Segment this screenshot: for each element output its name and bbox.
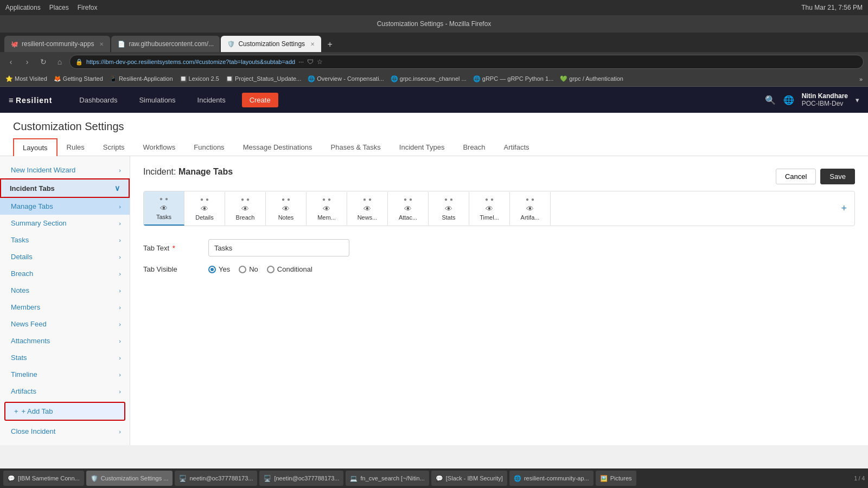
tab-strip-add-button[interactable]: + <box>833 198 854 219</box>
tab-incident-types[interactable]: Incident Types <box>390 138 454 156</box>
add-tab-button[interactable]: + + Add Tab <box>4 402 125 421</box>
taskbar-icon-pictures: 🖼️ <box>600 475 608 482</box>
tab-strip-timeline[interactable]: ● ● 👁 Timel... <box>469 192 510 225</box>
taskbar-item-customization[interactable]: 🛡️ Customization Settings ... <box>86 471 173 486</box>
radio-label-no: No <box>249 265 258 273</box>
radio-yes[interactable]: Yes <box>208 265 230 273</box>
home-button[interactable]: ⌂ <box>53 55 66 68</box>
search-icon[interactable]: 🔍 <box>765 95 776 105</box>
radio-conditional[interactable]: Conditional <box>267 265 312 273</box>
tab-breach[interactable]: Breach <box>454 138 494 156</box>
top-tabs: Layouts Rules Scripts Workflows Function… <box>0 138 868 156</box>
reload-button[interactable]: ↻ <box>37 55 50 68</box>
tab-strip-attachments[interactable]: ● ● 👁 Attac... <box>388 192 429 225</box>
firefox-menu[interactable]: Firefox <box>78 4 98 11</box>
sidebar-item-stats[interactable]: Stats › <box>0 349 130 366</box>
tab-strip-tasks[interactable]: ● ● 👁 Tasks <box>144 191 184 226</box>
dot-icon: ● <box>526 196 529 202</box>
tab-label-news: News... <box>358 214 378 221</box>
taskbar-item-sametime[interactable]: 💬 [IBM Sametime Conn... <box>3 471 84 486</box>
sidebar-item-timeline[interactable]: Timeline › <box>0 366 130 383</box>
taskbar-item-terminal2[interactable]: 🖥️ [neetin@oc377788173... <box>259 471 343 486</box>
sidebar-item-members[interactable]: Members › <box>0 299 130 316</box>
browser-titlebar: Customization Settings - Mozilla Firefox <box>0 15 868 33</box>
add-tab-label: + Add Tab <box>22 407 53 415</box>
bookmark-getting-started[interactable]: 🦊 Getting Started <box>54 75 103 82</box>
tab-controls-breach: ● ● <box>241 196 250 202</box>
tab-text-input[interactable] <box>208 239 349 256</box>
nav-simulations[interactable]: Simulations <box>133 93 181 107</box>
taskbar-item-slack[interactable]: 💬 [Slack - IBM Security] <box>431 471 507 486</box>
tab-rules[interactable]: Rules <box>58 138 94 156</box>
browser-tab-0[interactable]: 🐙 resilient-community-apps ✕ <box>4 36 110 52</box>
sidebar-item-news-feed[interactable]: News Feed › <box>0 316 130 332</box>
tab-controls-timeline: ● ● <box>485 196 494 202</box>
nav-dashboards[interactable]: Dashboards <box>74 93 123 107</box>
tab-strip-notes[interactable]: ● ● 👁 Notes <box>266 192 307 225</box>
bookmark-lexicon[interactable]: 🔲 Lexicon 2.5 <box>180 75 219 82</box>
taskbar-item-resilient-community[interactable]: 🌐 resilient-community-ap... <box>509 471 593 486</box>
sidebar-item-details[interactable]: Details › <box>0 248 130 265</box>
applications-menu[interactable]: Applications <box>5 4 41 11</box>
bookmark-overview[interactable]: 🌐 Overview - Compensati... <box>308 75 384 82</box>
tab-strip-stats[interactable]: ● ● 👁 Stats <box>429 192 469 225</box>
bookmark-grpc-insecure[interactable]: 🌐 grpc.insecure_channel ... <box>391 75 467 82</box>
sidebar-item-manage-tabs[interactable]: Manage Tabs › <box>0 198 130 215</box>
tab-message-destinations[interactable]: Message Destinations <box>234 138 322 156</box>
back-button[interactable]: ‹ <box>4 55 17 68</box>
sidebar-label-incident-tabs: Incident Tabs <box>10 184 55 192</box>
nav-incidents[interactable]: Incidents <box>192 93 231 107</box>
tab-workflows[interactable]: Workflows <box>134 138 185 156</box>
sidebar-label-details: Details <box>11 253 33 261</box>
nav-create-button[interactable]: Create <box>242 93 278 107</box>
tab-layouts[interactable]: Layouts <box>13 138 58 156</box>
bookmark-icon[interactable]: ☆ <box>317 58 323 66</box>
tab-functions[interactable]: Functions <box>184 138 233 156</box>
sidebar-item-attachments[interactable]: Attachments › <box>0 332 130 349</box>
sidebar-item-close-incident[interactable]: Close Incident › <box>0 423 130 440</box>
globe-icon[interactable]: 🌐 <box>783 95 794 105</box>
sidebar-item-tasks[interactable]: Tasks › <box>0 232 130 248</box>
address-bar[interactable]: 🔒 https://ibm-dev-poc.resilientsystems.c… <box>69 55 864 69</box>
sidebar-incident-tabs-group[interactable]: Incident Tabs ∨ <box>0 178 130 198</box>
sidebar-item-summary-section[interactable]: Summary Section › <box>0 215 130 232</box>
tab-strip-details[interactable]: ● ● 👁 Details <box>184 192 225 225</box>
browser-tab-1[interactable]: 📄 raw.githubusercontent.com/... ✕ <box>111 36 220 52</box>
user-dropdown-icon[interactable]: ▾ <box>856 96 859 104</box>
bookmark-grpc-python[interactable]: 🌐 gRPC — gRPC Python 1... <box>473 75 554 82</box>
collapse-icon[interactable]: ∨ <box>114 184 120 192</box>
tab-strip-breach[interactable]: ● ● 👁 Breach <box>225 192 266 225</box>
tab-phases-tasks[interactable]: Phases & Tasks <box>322 138 390 156</box>
tab-close-2[interactable]: ✕ <box>310 41 315 47</box>
taskbar-item-fn-cve[interactable]: 💻 fn_cve_search [~/Nitin... <box>346 471 429 486</box>
new-tab-button[interactable]: + <box>322 37 337 52</box>
bookmark-resilient[interactable]: 📱 Resilient-Application <box>110 75 173 82</box>
bookmark-most-visited[interactable]: ⭐ Most Visited <box>5 75 47 82</box>
tab-artifacts[interactable]: Artifacts <box>495 138 539 156</box>
tab-strip-news[interactable]: ● ● 👁 News... <box>347 192 388 225</box>
browser-tab-2[interactable]: 🛡️ Customization Settings ✕ <box>221 36 321 52</box>
places-menu[interactable]: Places <box>49 4 69 11</box>
sidebar-label-stats: Stats <box>11 354 27 362</box>
bookmark-grpc-auth[interactable]: 💚 grpc / Authentication <box>560 75 623 82</box>
bookmarks-overflow[interactable]: » <box>859 76 863 82</box>
taskbar-item-pictures[interactable]: 🖼️ Pictures <box>596 471 636 486</box>
taskbar-item-terminal1[interactable]: 🖥️ neetin@oc377788173... <box>175 471 257 486</box>
radio-no[interactable]: No <box>239 265 258 273</box>
tab-strip-artifacts[interactable]: ● ● 👁 Artifa... <box>510 192 551 225</box>
cancel-button[interactable]: Cancel <box>776 169 816 184</box>
bookmark-project-status[interactable]: 🔲 Project_Status_Update... <box>226 75 301 82</box>
sidebar-label-timeline: Timeline <box>11 370 37 378</box>
tab-scripts[interactable]: Scripts <box>94 138 134 156</box>
tab-strip-members[interactable]: ● ● 👁 Mem... <box>307 192 347 225</box>
dot-icon: ● <box>328 196 331 202</box>
sidebar-item-artifacts[interactable]: Artifacts › <box>0 383 130 400</box>
tab-label-details: Details <box>195 214 214 221</box>
tab-close-1[interactable]: ✕ <box>219 41 220 47</box>
sidebar-item-new-incident-wizard[interactable]: New Incident Wizard › <box>0 162 130 178</box>
sidebar-item-breach[interactable]: Breach › <box>0 265 130 282</box>
tab-close-0[interactable]: ✕ <box>99 41 104 47</box>
save-button[interactable]: Save <box>820 169 855 184</box>
sidebar-item-notes[interactable]: Notes › <box>0 282 130 299</box>
forward-button[interactable]: › <box>21 55 34 68</box>
